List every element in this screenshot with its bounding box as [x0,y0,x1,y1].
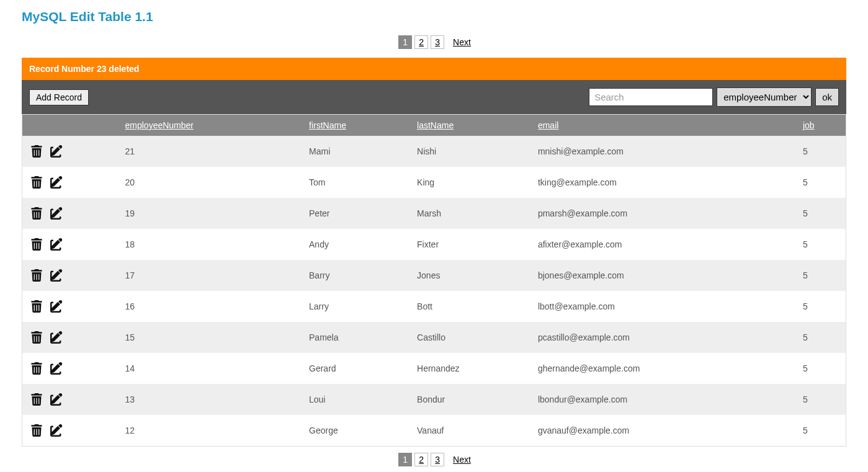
cell-firstName: Gerard [305,353,413,384]
delete-icon[interactable] [30,269,43,282]
cell-email: afixter@example.com [534,229,799,260]
cell-firstName: Andy [305,229,413,260]
table-row: 12GeorgeVanaufgvanauf@example.com5 [22,415,846,447]
actions-header [22,115,122,136]
cell-email: ghernande@example.com [534,353,799,384]
delete-icon[interactable] [30,238,43,251]
row-actions [26,300,118,313]
delete-icon[interactable] [30,300,43,313]
search-ok-button[interactable]: ok [815,88,839,106]
cell-employeeNumber: 12 [122,415,306,447]
row-actions [26,331,118,344]
cell-employeeNumber: 19 [122,198,306,229]
cell-job: 5 [799,229,846,260]
cell-employeeNumber: 18 [122,229,306,260]
cell-lastName: Marsh [413,198,534,229]
cell-firstName: Barry [305,260,413,291]
next-page-link[interactable]: Next [453,455,471,465]
table-row: 20TomKingtking@example.com5 [22,167,846,198]
delete-icon[interactable] [30,145,43,158]
edit-icon[interactable] [50,424,63,437]
cell-firstName: George [305,415,413,447]
cell-lastName: Castillo [413,322,534,353]
table-row: 18AndyFixterafixter@example.com5 [22,229,846,260]
delete-icon[interactable] [30,424,43,437]
search-input[interactable] [589,88,713,106]
edit-icon[interactable] [50,145,63,158]
cell-job: 5 [799,353,846,384]
cell-employeeNumber: 16 [122,291,306,322]
cell-employeeNumber: 15 [122,322,306,353]
edit-icon[interactable] [50,393,63,406]
table-row: 15PamelaCastillopcastillo@example.com5 [22,322,846,353]
cell-email: lbondur@example.com [534,384,799,415]
cell-firstName: Larry [305,291,413,322]
table-row: 14GerardHernandezghernande@example.com5 [22,353,846,384]
cell-lastName: Bondur [413,384,534,415]
edit-icon[interactable] [50,176,63,189]
col-header-job[interactable]: job [799,115,846,136]
cell-job: 5 [799,322,846,353]
table-row: 17BarryJonesbjones@example.com5 [22,260,846,291]
pagination-bottom: 123Next [22,453,846,466]
page-button-1: 1 [398,453,412,466]
cell-employeeNumber: 20 [122,167,306,198]
edit-icon[interactable] [50,207,63,220]
cell-job: 5 [799,384,846,415]
page-button-2[interactable]: 2 [414,453,428,466]
col-header-email[interactable]: email [534,115,799,136]
cell-employeeNumber: 21 [122,136,306,167]
cell-job: 5 [799,291,846,322]
page-button-3[interactable]: 3 [431,453,444,466]
delete-icon[interactable] [30,362,43,375]
table-row: 19PeterMarshpmarsh@example.com5 [22,198,846,229]
notice-bar: Record Number 23 deleted [22,58,846,80]
page-button-3[interactable]: 3 [431,35,444,49]
cell-lastName: Bott [413,291,534,322]
cell-firstName: Pamela [305,322,413,353]
cell-firstName: Tom [305,167,413,198]
cell-firstName: Mami [305,136,413,167]
add-record-button[interactable]: Add Record [29,89,89,105]
delete-icon[interactable] [30,393,43,406]
page-button-1: 1 [398,35,412,49]
row-actions [26,238,118,251]
toolbar: Add Record employeeNumber ok [22,80,846,114]
page-button-2[interactable]: 2 [414,35,428,49]
column-select[interactable]: employeeNumber [717,87,812,107]
pagination-top: 123Next [22,35,846,49]
cell-lastName: Jones [413,260,534,291]
edit-icon[interactable] [50,362,63,375]
cell-lastName: King [413,167,534,198]
col-header-lastName[interactable]: lastName [413,115,534,136]
cell-firstName: Loui [305,384,413,415]
table-row: 13LouiBondurlbondur@example.com5 [22,384,846,415]
row-actions [26,176,118,189]
edit-icon[interactable] [50,331,63,344]
cell-firstName: Peter [305,198,413,229]
cell-employeeNumber: 17 [122,260,306,291]
delete-icon[interactable] [30,207,43,220]
delete-icon[interactable] [30,331,43,344]
next-page-link[interactable]: Next [453,37,471,47]
edit-icon[interactable] [50,300,63,313]
data-table: employeeNumber firstName lastName email … [22,114,846,447]
col-header-employeeNumber[interactable]: employeeNumber [122,115,306,136]
cell-lastName: Nishi [413,136,534,167]
edit-icon[interactable] [50,269,63,282]
cell-job: 5 [799,260,846,291]
cell-email: tking@example.com [534,167,799,198]
row-actions [26,207,118,220]
cell-job: 5 [799,136,846,167]
cell-email: bjones@example.com [534,260,799,291]
row-actions [26,269,118,282]
cell-employeeNumber: 14 [122,353,306,384]
col-header-firstName[interactable]: firstName [305,115,413,136]
cell-email: gvanauf@example.com [534,415,799,447]
row-actions [26,362,118,375]
cell-job: 5 [799,415,846,447]
delete-icon[interactable] [30,176,43,189]
cell-email: lbott@example.com [534,291,799,322]
cell-email: pmarsh@example.com [534,198,799,229]
edit-icon[interactable] [50,238,63,251]
